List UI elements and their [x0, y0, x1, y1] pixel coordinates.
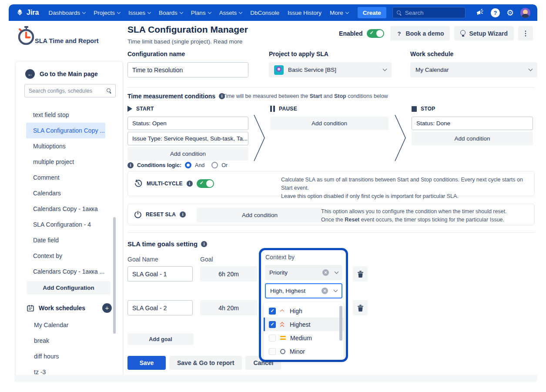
chevron-down-icon	[334, 288, 338, 292]
go-to-main-page[interactable]: Go to the Main page	[25, 69, 98, 79]
start-add-condition-button[interactable]: Add condition	[127, 147, 248, 161]
book-demo-button[interactable]: Book a demo	[390, 26, 450, 40]
top-navbar: Jira Dashboards Projects Issues Boards P…	[9, 4, 537, 21]
global-search-input[interactable]	[405, 10, 457, 16]
pause-label: PAUSE	[279, 106, 297, 112]
config-item[interactable]: Calendars	[26, 185, 105, 201]
gear-icon[interactable]	[506, 9, 514, 17]
nav-boards[interactable]: Boards	[159, 10, 183, 16]
info-icon[interactable]	[127, 162, 134, 168]
bottom-strip	[15, 375, 537, 382]
pause-icon	[270, 106, 275, 112]
reset-sla-label: RESET SLA	[146, 211, 176, 218]
logic-or-radio[interactable]	[211, 162, 218, 168]
save-go-report-button[interactable]: Save & Go to report	[169, 356, 242, 370]
chevron-down-icon	[180, 10, 183, 13]
help-icon[interactable]	[491, 8, 500, 17]
reset-add-condition-button[interactable]: Add condition	[197, 208, 323, 222]
divider	[127, 232, 535, 233]
sidebar-card: Go to the Main page text field stop SLA …	[15, 61, 123, 382]
context-values-select[interactable]: High, Highest	[265, 283, 342, 298]
config-item[interactable]: Calendars Copy - 1акка	[26, 201, 105, 217]
multi-cycle-icon	[134, 179, 143, 188]
config-item[interactable]: SLA Configuration - 4	[26, 217, 105, 232]
schedule-label: Work schedule	[410, 50, 537, 57]
checkbox-unchecked[interactable]	[269, 335, 276, 342]
schedule-item[interactable]: diff hours	[26, 348, 105, 364]
goal-name-input[interactable]	[127, 266, 193, 281]
save-button[interactable]: Save	[127, 356, 166, 370]
nav-dashboards[interactable]: Dashboards	[48, 10, 85, 16]
megaphone-icon[interactable]	[476, 8, 484, 17]
nav-projects[interactable]: Projects	[94, 10, 120, 16]
option-high[interactable]: High	[264, 304, 344, 318]
config-item[interactable]: Context by	[26, 248, 105, 264]
dropdown-scrollbar[interactable]	[339, 306, 342, 341]
option-highest[interactable]: Highest	[264, 318, 344, 331]
project-select[interactable]: Basic Service [BS]	[269, 62, 392, 77]
enabled-toggle[interactable]	[367, 29, 384, 38]
sidebar-search-input[interactable]	[29, 88, 107, 94]
start-condition[interactable]: Issue Type: Service Request, Sub-task, T…	[127, 132, 248, 145]
pause-add-condition-button[interactable]: Add condition	[270, 117, 389, 130]
create-button[interactable]: Create	[358, 7, 386, 18]
config-item-selected[interactable]: SLA Configuration Copy ...	[26, 123, 105, 138]
schedule-item[interactable]: My Calendar	[26, 317, 105, 333]
checkbox-unchecked[interactable]	[269, 348, 276, 355]
context-field-select[interactable]: Priority	[265, 265, 342, 280]
info-icon[interactable]	[187, 181, 193, 187]
flow-chevron-icon	[251, 112, 267, 164]
config-item[interactable]: Multioptions	[26, 138, 105, 154]
nav-dbconsole[interactable]: DbConsole	[250, 10, 279, 16]
config-name-input[interactable]	[127, 62, 248, 77]
nav-issue-history[interactable]: Issue History	[288, 10, 322, 16]
schedule-select[interactable]: My Calendar	[410, 62, 537, 77]
delete-goal-button[interactable]	[353, 266, 368, 281]
option-minor[interactable]: Minor	[264, 345, 344, 358]
multi-cycle-toggle[interactable]	[197, 179, 214, 188]
goal-value[interactable]: 4h 20m	[200, 300, 257, 315]
config-item[interactable]: Date field	[26, 232, 105, 248]
checkbox-checked[interactable]	[269, 321, 276, 328]
jira-logo[interactable]: Jira	[16, 9, 39, 17]
sidebar-scrollbar[interactable]	[113, 217, 116, 334]
nav-issues[interactable]: Issues	[128, 10, 151, 16]
config-item[interactable]: Comment	[26, 170, 105, 185]
footer-actions: Save Save & Go to report Cancel	[127, 356, 281, 370]
reset-sla-card: RESET SLA Add condition This option allo…	[127, 204, 535, 225]
clear-icon[interactable]	[322, 288, 328, 294]
nav-plans[interactable]: Plans	[191, 10, 211, 16]
setup-wizard-button[interactable]: Setup Wizard	[454, 26, 514, 40]
nav-assets[interactable]: Assets	[219, 10, 242, 16]
checkbox-checked[interactable]	[269, 308, 276, 315]
global-search[interactable]	[392, 7, 466, 18]
goal-name-input[interactable]	[127, 300, 193, 315]
stop-add-condition-button[interactable]: Add condition	[412, 132, 533, 145]
stop-condition[interactable]: Status: Done	[412, 117, 533, 130]
project-field: Project to apply SLA Basic Service [BS]	[269, 50, 392, 77]
logic-and-radio[interactable]	[185, 162, 191, 168]
info-icon[interactable]	[201, 241, 207, 247]
info-icon[interactable]	[180, 211, 186, 218]
delete-goal-button[interactable]	[353, 300, 368, 315]
read-more-link[interactable]: Read more	[214, 38, 243, 45]
start-condition[interactable]: Status: Open	[127, 117, 248, 130]
arrow-left-icon	[25, 69, 35, 79]
add-schedule-button[interactable]	[102, 303, 112, 313]
config-list: text field stop SLA Configuration Copy .…	[16, 107, 123, 279]
conditions-title-row: Time measurement conditions	[127, 93, 225, 100]
reset-sla-description: This option allows you to configure the …	[321, 208, 507, 224]
goal-value[interactable]: 6h 20m	[200, 266, 257, 281]
user-avatar[interactable]	[520, 8, 530, 18]
more-options-button[interactable]	[518, 26, 533, 40]
config-item[interactable]: multiple project	[26, 154, 105, 170]
add-goal-button[interactable]: Add goal	[127, 333, 194, 345]
clear-icon[interactable]	[322, 269, 329, 276]
sidebar-search[interactable]	[24, 84, 116, 97]
add-configuration-button[interactable]: Add Configuration	[27, 281, 111, 295]
config-item[interactable]: Calendars Copy - 1акка ...	[26, 264, 105, 279]
option-medium[interactable]: Medium	[264, 331, 344, 345]
config-item[interactable]: text field stop	[26, 107, 105, 123]
schedule-item[interactable]: break	[26, 333, 105, 348]
nav-more[interactable]: More	[330, 10, 348, 16]
